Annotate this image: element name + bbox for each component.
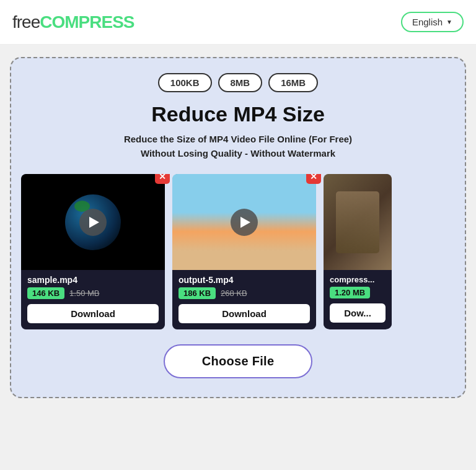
video-thumbnail-2[interactable]: [172, 174, 316, 270]
page-title: Reduce MP4 Size: [21, 102, 455, 126]
filename-2: output-5.mp4: [178, 275, 310, 285]
play-icon-1: [89, 217, 99, 228]
video-thumbnail-3[interactable]: [324, 174, 392, 270]
choose-file-wrapper: Choose File: [21, 344, 455, 378]
header: freeCOMPRESS English ▼: [0, 0, 476, 45]
size-new-2: 186 KB: [178, 287, 216, 299]
logo: freeCOMPRESS: [12, 12, 134, 32]
filename-3: compress...: [330, 275, 386, 284]
language-button[interactable]: English ▼: [401, 12, 464, 32]
size-badge-100kb[interactable]: 100KB: [158, 73, 212, 92]
main-content: 100KB 8MB 16MB Reduce MP4 Size Reduce th…: [0, 45, 476, 411]
size-badges-row: 100KB 8MB 16MB: [21, 73, 455, 92]
download-button-3[interactable]: Dow...: [330, 303, 386, 323]
close-button-card1[interactable]: ✕: [155, 174, 170, 184]
video-card-1: ✕ sample.mp4 146 KB 1.50 MB Download: [21, 174, 165, 329]
size-row-3: 1.20 MB: [330, 287, 386, 298]
size-new-1: 146 KB: [27, 287, 64, 299]
card-info-1: sample.mp4 146 KB 1.50 MB Download: [21, 270, 165, 329]
play-icon-2: [240, 217, 250, 228]
card-info-2: output-5.mp4 186 KB 268 KB Download: [172, 270, 316, 329]
video-card-2: ✕ output-5.mp4 186 KB 268 KB Download: [172, 174, 316, 329]
logo-compress-text: COMPRESS: [40, 12, 134, 32]
download-button-1[interactable]: Download: [27, 304, 159, 323]
language-label: English: [412, 17, 443, 27]
logo-free-text: free: [12, 12, 40, 32]
video-cards-container: ✕ sample.mp4 146 KB 1.50 MB Download: [21, 174, 455, 329]
close-button-card2[interactable]: ✕: [306, 174, 321, 184]
size-old-2: 268 KB: [221, 289, 247, 298]
choose-file-button[interactable]: Choose File: [164, 344, 313, 378]
size-old-1: 1.50 MB: [69, 289, 99, 298]
card-info-3: compress... 1.20 MB Dow...: [324, 270, 392, 329]
size-new-3: 1.20 MB: [330, 287, 370, 298]
download-button-2[interactable]: Download: [178, 304, 310, 323]
play-button-2[interactable]: [231, 209, 258, 236]
play-button-1[interactable]: [79, 209, 107, 236]
size-badge-8mb[interactable]: 8MB: [218, 73, 263, 92]
action-figure-visual: [336, 191, 379, 253]
size-row-1: 146 KB 1.50 MB: [27, 287, 159, 299]
filename-1: sample.mp4: [27, 275, 159, 285]
video-card-3: compress... 1.20 MB Dow...: [324, 174, 392, 329]
size-badge-16mb[interactable]: 16MB: [268, 73, 318, 92]
chevron-down-icon: ▼: [446, 19, 452, 25]
page-subtitle: Reduce the Size of MP4 Video File Online…: [21, 133, 455, 160]
dashed-container: 100KB 8MB 16MB Reduce MP4 Size Reduce th…: [10, 57, 466, 398]
video-thumbnail-1[interactable]: [21, 174, 165, 270]
size-row-2: 186 KB 268 KB: [178, 287, 310, 299]
